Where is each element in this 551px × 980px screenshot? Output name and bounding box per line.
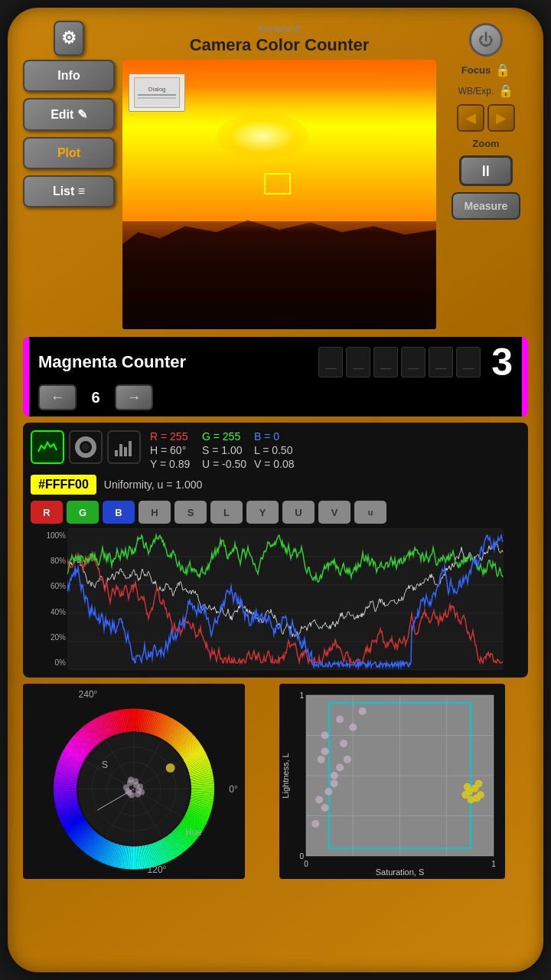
channel-b-button[interactable]: B <box>103 501 135 524</box>
digit-2: _ <box>346 347 370 377</box>
chart-y-ticks: 100% 80% 60% 40% 20% 0% <box>37 528 66 670</box>
zoom-in-button[interactable]: ▶ <box>487 104 515 132</box>
app-title: Keuwlsoft Camera Color Counter <box>122 23 436 55</box>
r-value: R = 255 <box>150 430 194 443</box>
scatter-chart <box>279 684 528 890</box>
digit-1: _ <box>318 347 343 377</box>
next-counter-button[interactable]: → <box>115 384 153 410</box>
svg-rect-3 <box>115 450 118 456</box>
counter-top: Magnenta Counter _ _ _ _ _ _ 3 <box>38 343 513 381</box>
bottom-section <box>23 684 528 890</box>
channel-v-button[interactable]: V <box>318 501 350 524</box>
wb-lock-row: WB/Exp. 🔒 <box>458 83 514 98</box>
channel-r-button[interactable]: R <box>31 501 63 524</box>
y-tick-40: 40% <box>37 608 66 616</box>
channel-s-button[interactable]: S <box>174 501 207 524</box>
info-overlay: Dialog <box>129 74 185 112</box>
chevron-right-icon: ▶ <box>496 109 507 126</box>
waveform-canvas <box>67 528 504 670</box>
channel-y-button[interactable]: Y <box>246 501 279 524</box>
counter-display: _ _ _ _ _ _ 3 <box>318 343 513 381</box>
color-info-section: R = 255 G = 255 B = 0 H = 60° S = 1.00 L… <box>23 423 528 678</box>
waveform-chart-container: % of full scale 100% 80% 60% 40% 20% 0% <box>31 528 520 670</box>
device-body: ⚙ Info Edit ✎ Plot List ≡ Keuwlsoft Came… <box>8 8 543 972</box>
digit-4: _ <box>401 347 425 377</box>
chevron-left-icon: ◀ <box>465 109 476 126</box>
waveform-icon <box>37 436 58 458</box>
power-button[interactable]: ⏻ <box>469 23 503 57</box>
y-value: Y = 0.89 <box>150 458 194 470</box>
histogram-icon <box>113 436 135 458</box>
counter-value: 6 <box>84 389 107 407</box>
waveform-tab[interactable] <box>31 430 64 464</box>
digit-5: _ <box>429 347 453 377</box>
color-values: R = 255 G = 255 B = 0 H = 60° S = 1.00 L… <box>150 430 298 470</box>
right-controls: ⏻ Focus 🔒 WB/Exp. 🔒 ◀ ▶ <box>444 23 528 329</box>
polar-canvas <box>23 684 245 879</box>
zoom-label: Zoom <box>472 138 499 149</box>
pause-button[interactable]: ⏸ <box>459 155 513 186</box>
color-hex-row: #FFFF00 Uniformity, u = 1.000 <box>31 475 520 495</box>
top-section: ⚙ Info Edit ✎ Plot List ≡ Keuwlsoft Came… <box>23 23 528 329</box>
svg-rect-4 <box>119 444 122 456</box>
svg-point-2 <box>82 443 90 451</box>
v-value: V = 0.08 <box>254 458 298 470</box>
focus-lock-row: Focus 🔒 <box>461 63 510 77</box>
digit-6: _ <box>456 347 481 377</box>
channel-u-button[interactable]: U <box>282 501 315 524</box>
y-tick-60: 60% <box>37 582 66 590</box>
svg-rect-5 <box>124 447 127 456</box>
camera-view: Dialog <box>122 60 436 329</box>
polar-chart <box>23 684 272 890</box>
y-tick-80: 80% <box>37 557 66 565</box>
s-value: S = 1.00 <box>202 444 246 456</box>
color-info-row: R = 255 G = 255 B = 0 H = 60° S = 1.00 L… <box>31 430 520 470</box>
counter-label: Magnenta Counter <box>38 352 186 372</box>
counter-big-number: 3 <box>491 343 513 381</box>
histogram-tab[interactable] <box>107 430 141 464</box>
svg-rect-6 <box>129 441 132 456</box>
counter-nav: ← 6 → <box>38 384 513 410</box>
channel-h-button[interactable]: H <box>139 501 171 524</box>
u-value: U = -0.50 <box>202 458 246 470</box>
donut-tab[interactable] <box>69 430 103 464</box>
hex-badge: #FFFF00 <box>31 475 96 495</box>
edit-button[interactable]: Edit ✎ <box>23 98 115 131</box>
color-tabs <box>31 430 141 464</box>
focus-lock-icon[interactable]: 🔒 <box>495 63 510 77</box>
list-button[interactable]: List ≡ <box>23 175 115 207</box>
prev-counter-button[interactable]: ← <box>38 384 77 410</box>
digit-3: _ <box>373 347 398 377</box>
g-value: G = 255 <box>202 430 246 443</box>
gear-icon: ⚙ <box>61 28 77 47</box>
counter-section: Magnenta Counter _ _ _ _ _ _ 3 ← 6 → <box>23 337 528 416</box>
zoom-out-button[interactable]: ◀ <box>457 104 484 132</box>
viewfinder: Dialog <box>122 60 436 329</box>
y-tick-100: 100% <box>37 531 66 540</box>
channel-buttons: R G B H S L Y U V u <box>31 501 520 524</box>
uniformity-text: Uniformity, u = 1.000 <box>104 479 203 491</box>
y-tick-0: 0% <box>37 658 66 667</box>
l-value: L = 0.50 <box>254 444 298 456</box>
scatter-canvas <box>279 684 505 879</box>
measure-button[interactable]: Measure <box>452 192 520 220</box>
zoom-row: ◀ ▶ <box>457 104 515 132</box>
wb-lock-icon[interactable]: 🔒 <box>498 83 514 98</box>
info-button[interactable]: Info <box>23 60 115 92</box>
plot-button[interactable]: Plot <box>23 137 115 169</box>
channel-l-button[interactable]: L <box>210 501 243 524</box>
settings-button[interactable]: ⚙ <box>54 21 84 56</box>
measure-box <box>264 173 291 194</box>
pause-icon: ⏸ <box>478 162 494 180</box>
b-value: B = 0 <box>254 430 298 443</box>
donut-icon <box>75 436 96 458</box>
h-value: H = 60° <box>150 444 194 456</box>
left-buttons: ⚙ Info Edit ✎ Plot List ≡ <box>23 23 115 329</box>
center-area: Keuwlsoft Camera Color Counter Dialog <box>122 23 436 329</box>
y-tick-20: 20% <box>37 633 66 642</box>
channel-uu-button[interactable]: u <box>354 501 386 524</box>
